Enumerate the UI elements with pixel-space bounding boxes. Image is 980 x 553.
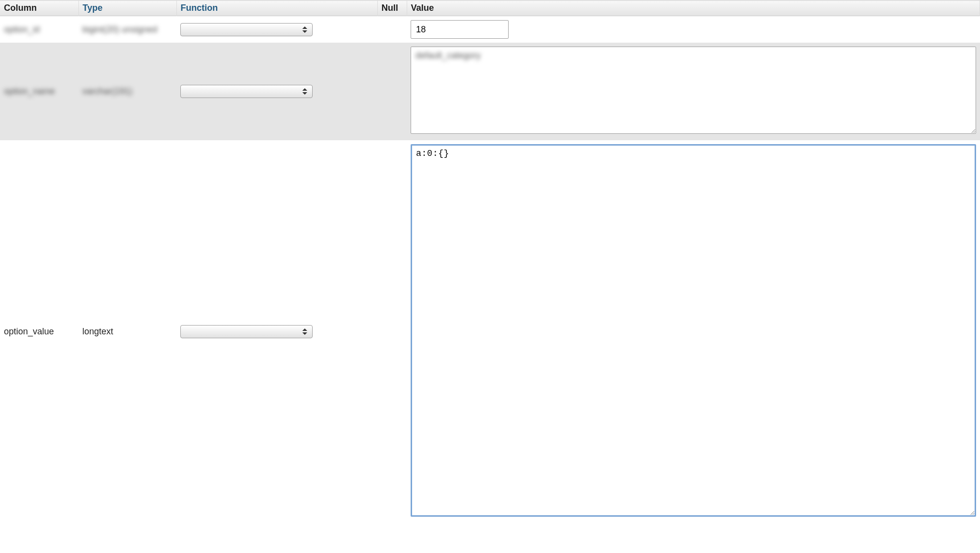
null-cell bbox=[377, 16, 407, 43]
column-type-blurred: bigint(20) unsigned bbox=[82, 25, 157, 35]
column-type-blurred: varchar(191) bbox=[82, 86, 132, 97]
column-name-blurred: option_id bbox=[4, 25, 40, 35]
column-name-cell: option_value bbox=[0, 140, 78, 523]
header-column[interactable]: Column bbox=[0, 0, 78, 16]
null-cell bbox=[377, 43, 407, 140]
column-name-blurred: option_name bbox=[4, 86, 55, 97]
value-input[interactable] bbox=[411, 20, 509, 39]
header-type[interactable]: Type bbox=[78, 0, 176, 16]
function-cell bbox=[176, 140, 377, 523]
column-name-cell: option_id bbox=[0, 16, 78, 43]
column-type-cell: bigint(20) unsigned bbox=[78, 16, 176, 43]
table-row: option_id bigint(20) unsigned bbox=[0, 16, 980, 43]
header-value[interactable]: Value bbox=[407, 0, 980, 16]
edit-row-table: Column Type Function Null Value option_i… bbox=[0, 0, 980, 523]
column-type-cell: longtext bbox=[78, 140, 176, 523]
value-cell: <span></span>default_category bbox=[407, 43, 980, 140]
function-select[interactable] bbox=[180, 23, 313, 36]
header-null[interactable]: Null bbox=[377, 0, 407, 16]
table-header-row: Column Type Function Null Value bbox=[0, 0, 980, 16]
function-cell bbox=[176, 16, 377, 43]
function-select[interactable] bbox=[180, 85, 313, 98]
function-cell bbox=[176, 43, 377, 140]
function-select[interactable] bbox=[180, 325, 313, 338]
table-row: option_value longtext bbox=[0, 140, 980, 523]
table-row: option_name varchar(191) <span></span>de… bbox=[0, 43, 980, 140]
column-name-cell: option_name bbox=[0, 43, 78, 140]
header-function[interactable]: Function bbox=[176, 0, 377, 16]
value-cell bbox=[407, 140, 980, 523]
null-cell bbox=[377, 140, 407, 523]
value-textarea[interactable]: <span></span> bbox=[411, 47, 976, 134]
value-textarea-focused[interactable] bbox=[411, 144, 976, 517]
column-type-cell: varchar(191) bbox=[78, 43, 176, 140]
value-cell bbox=[407, 16, 980, 43]
